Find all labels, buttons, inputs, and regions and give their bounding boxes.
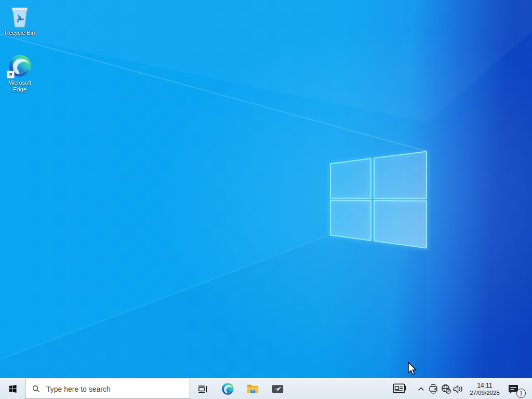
edge-icon [8,54,32,78]
taskbar-search[interactable] [25,379,190,399]
taskbar-empty-area [290,379,391,399]
clock-time: 14:11 [477,382,492,389]
chevron-up-icon [418,387,424,391]
mail-icon [271,382,284,395]
file-explorer-button[interactable] [240,379,265,399]
task-view-icon [197,384,208,394]
meet-now-camera-icon [429,384,438,394]
desktop-icon-microsoft-edge[interactable]: Microsoft Edge [1,54,38,93]
volume-button[interactable] [452,379,464,399]
shortcut-arrow-icon [7,71,15,78]
file-explorer-icon [246,382,259,395]
notification-center-button[interactable]: 1 [505,379,529,399]
desktop-icon-label: Microsoft Edge [2,79,37,93]
windows-desktop: Recycle Bin [0,0,532,399]
news-and-interests-button[interactable] [391,379,408,399]
edge-taskbar-button[interactable] [215,379,240,399]
clock-date: 27/09/2025 [470,389,500,396]
speaker-icon [453,384,463,394]
notification-badge: 1 [516,389,526,398]
meet-now-button[interactable] [427,379,440,399]
show-hidden-icons-button[interactable] [415,379,427,399]
start-button[interactable] [0,379,25,399]
desktop-icon-recycle-bin[interactable]: Recycle Bin [1,4,38,36]
wallpaper [0,0,532,399]
windows-start-icon [8,384,17,393]
taskbar-clock[interactable]: 14:11 27/09/2025 [467,381,503,397]
taskbar: 14:11 27/09/2025 1 [0,378,532,399]
task-view-button[interactable] [190,379,215,399]
windows-logo [330,152,427,248]
mail-button[interactable] [265,379,290,399]
network-status-button[interactable] [440,379,452,399]
system-tray: 14:11 27/09/2025 1 [391,379,532,399]
wallpaper-artwork [0,0,532,399]
search-input[interactable] [45,384,190,394]
network-globe-offline-icon [441,384,451,394]
recycle-bin-icon [9,4,30,28]
light-beam [0,0,532,399]
news-icon [393,383,406,394]
desktop-icon-label: Recycle Bin [5,30,35,36]
search-icon [32,385,40,393]
edge-icon [221,382,234,395]
